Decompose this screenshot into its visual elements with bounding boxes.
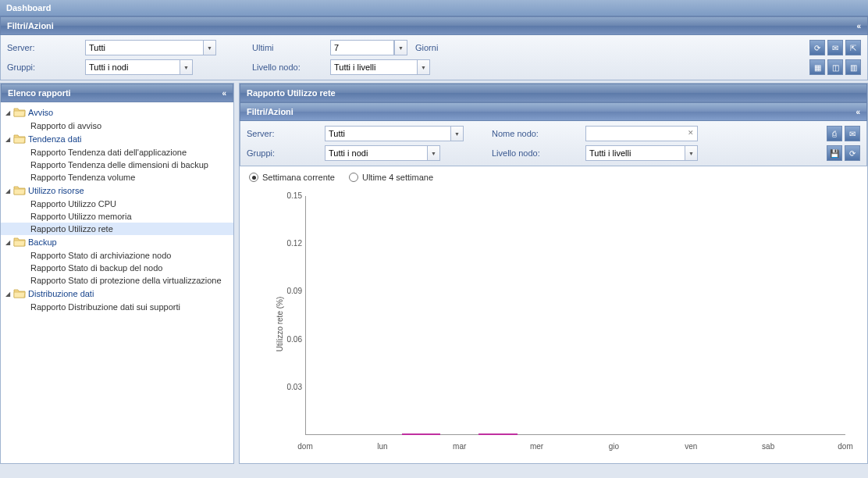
rpt-groups-combo[interactable]: ▼ (325, 145, 440, 161)
tree-item[interactable]: Rapporto Stato di protezione della virtu… (1, 274, 233, 287)
chevron-down-icon[interactable]: ▼ (450, 127, 463, 141)
ultimi-value[interactable] (330, 40, 394, 55)
tree-group[interactable]: ◢Distribuzione dati (1, 287, 233, 301)
expand-icon[interactable]: ◢ (4, 109, 12, 116)
tree-item[interactable]: Rapporto Stato di archiviazione nodo (1, 249, 233, 262)
tree-item[interactable]: Rapporto Tendenza dati dell'applicazione (1, 146, 233, 159)
groups-label: Gruppi: (7, 62, 77, 72)
ultimi-input[interactable] (331, 41, 393, 55)
radio-last4-label: Ultime 4 settimane (362, 173, 433, 182)
chevron-down-icon[interactable]: ▼ (427, 146, 439, 160)
report-filter-title: Filtri/Azioni (247, 107, 293, 116)
export-icon[interactable]: ⇱ (845, 40, 861, 55)
tree-item[interactable]: Rapporto Utilizzo rete (1, 223, 233, 235)
folder-icon (13, 134, 26, 144)
rpt-server-combo[interactable]: ▼ (325, 126, 464, 141)
x-tick: mer (530, 442, 543, 451)
x-tick: dom (838, 442, 852, 451)
tree-item[interactable]: Rapporto Distribuzione dati sui supporti (1, 301, 233, 313)
x-tick: mar (453, 442, 466, 451)
node-name-field[interactable]: ✕ (585, 126, 698, 141)
y-tick: 0.09 (277, 287, 302, 295)
report-filter-body: Server: ▼ Nome nodo: ✕ ⎙ ✉ Gruppi: (240, 121, 867, 166)
rpt-livello-label: Livello nodo: (492, 148, 578, 158)
expand-icon[interactable]: ◢ (4, 239, 12, 246)
rpt-groups-label: Gruppi: (247, 148, 317, 158)
expand-icon[interactable]: ◢ (4, 136, 12, 143)
y-tick: 0.06 (277, 335, 302, 344)
dashboard-title: Dashboard (0, 0, 868, 16)
report-content: Rapporto Utilizzo rete Filtri/Azioni « S… (239, 83, 868, 464)
clear-icon[interactable]: ✕ (688, 129, 694, 137)
tree-item[interactable]: Rapporto Tendenza volume (1, 171, 233, 184)
collapse-icon[interactable]: « (856, 108, 860, 116)
print-icon[interactable]: ⎙ (827, 126, 842, 141)
report-title-header: Rapporto Utilizzo rete (240, 84, 867, 102)
tree-group-label: Tendenza dati (28, 134, 82, 144)
refresh-icon[interactable]: ⟳ (845, 145, 860, 161)
radio-current-week[interactable]: Settimana corrente (249, 173, 335, 182)
rpt-server-input[interactable] (326, 127, 450, 141)
livello-input[interactable] (331, 60, 417, 74)
server-input[interactable] (86, 41, 203, 55)
tree-group-label: Utilizzo risorse (28, 186, 84, 195)
x-tick: lun (377, 442, 387, 451)
tree-item[interactable]: Rapporto Stato di backup del nodo (1, 262, 233, 274)
chevron-down-icon[interactable]: ▼ (394, 41, 407, 55)
livello-combo[interactable]: ▼ (330, 59, 430, 75)
x-tick: ven (685, 442, 697, 451)
sidebar-header: Elenco rapporti « (1, 84, 233, 102)
tree-group[interactable]: ◢Avviso (1, 105, 233, 120)
rpt-livello-combo[interactable]: ▼ (585, 145, 698, 161)
chart-plot-area (305, 196, 845, 435)
network-usage-chart: Utilizzo rete (%) 0.030.060.090.120.15do… (249, 191, 855, 457)
tree-group-label: Backup (28, 237, 57, 247)
top-filter-body: Server: ▼ Ultimi ▼ Giorni ⟳ ✉ ⇱ Gruppi: … (0, 35, 868, 80)
tree-group[interactable]: ◢Tendenza dati (1, 132, 233, 146)
rpt-groups-input[interactable] (326, 146, 427, 160)
folder-icon (13, 288, 26, 299)
groups-input[interactable] (86, 60, 180, 74)
save-icon[interactable]: 💾 (827, 145, 842, 161)
radio-current-label: Settimana corrente (262, 173, 335, 182)
report-title: Rapporto Utilizzo rete (247, 88, 336, 98)
tree-group[interactable]: ◢Utilizzo risorse (1, 184, 233, 198)
rpt-livello-input[interactable] (586, 146, 685, 160)
tree-group[interactable]: ◢Backup (1, 235, 233, 249)
expand-icon[interactable]: ◢ (4, 291, 12, 298)
folder-icon (13, 107, 26, 118)
y-tick: 0.15 (277, 191, 302, 200)
tree-item[interactable]: Rapporto Utilizzo CPU (1, 198, 233, 210)
layout2-icon[interactable]: ◫ (827, 59, 843, 75)
tree-group-label: Avviso (28, 108, 53, 117)
radio-dot-icon (249, 173, 258, 182)
chart-data-segment (402, 433, 440, 435)
collapse-left-icon[interactable]: « (222, 89, 226, 98)
y-tick: 0.03 (277, 383, 302, 391)
tree-item[interactable]: Rapporto di avviso (1, 120, 233, 132)
tree-item[interactable]: Rapporto Tendenza delle dimensioni di ba… (1, 159, 233, 171)
ultimi-unit-combo[interactable]: ▼ (394, 40, 407, 55)
node-name-input[interactable] (586, 127, 695, 141)
ultimi-label: Ultimi (252, 43, 322, 52)
groups-combo[interactable]: ▼ (85, 59, 193, 75)
tree-item[interactable]: Rapporto Utilizzo memoria (1, 210, 233, 223)
chevron-down-icon[interactable]: ▼ (203, 41, 215, 55)
folder-icon (13, 237, 26, 248)
refresh-icon[interactable]: ⟳ (809, 40, 825, 55)
collapse-icon[interactable]: « (856, 22, 861, 30)
layout1-icon[interactable]: ▦ (809, 59, 825, 75)
node-name-label: Nome nodo: (492, 129, 578, 138)
server-combo[interactable]: ▼ (85, 40, 216, 55)
radio-last-4-weeks[interactable]: Ultime 4 settimane (349, 173, 433, 182)
chevron-down-icon[interactable]: ▼ (417, 60, 429, 74)
mail-icon[interactable]: ✉ (827, 40, 843, 55)
sidebar-title: Elenco rapporti (8, 88, 71, 98)
chevron-down-icon[interactable]: ▼ (180, 60, 192, 74)
layout3-icon[interactable]: ▥ (845, 59, 861, 75)
expand-icon[interactable]: ◢ (4, 187, 12, 194)
chevron-down-icon[interactable]: ▼ (685, 146, 697, 160)
report-list-sidebar: Elenco rapporti « ◢AvvisoRapporto di avv… (0, 83, 234, 464)
mail-icon[interactable]: ✉ (845, 126, 860, 141)
ultimi-unit: Giorni (415, 43, 438, 52)
